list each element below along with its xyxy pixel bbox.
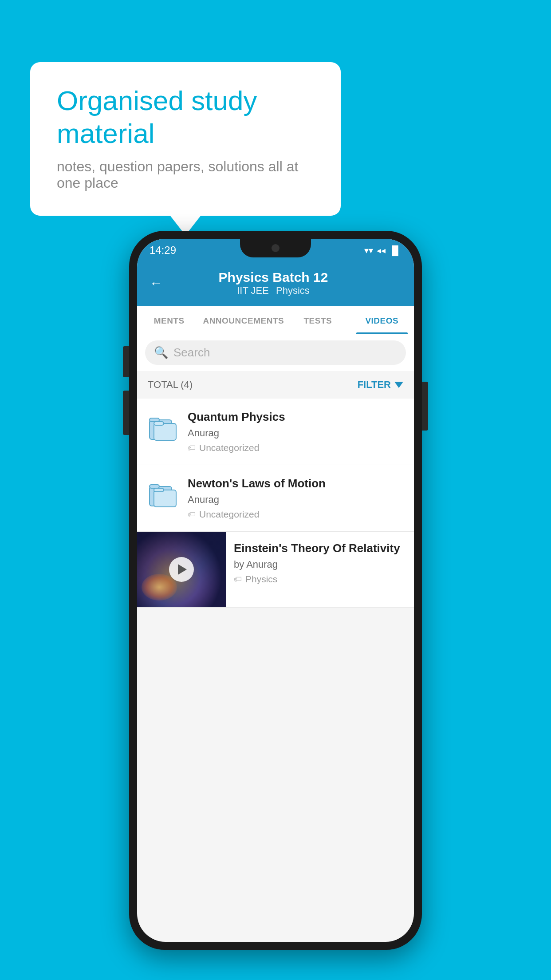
wifi-icon: ▾▾ bbox=[364, 245, 373, 256]
volume-down-button[interactable] bbox=[123, 391, 129, 435]
video-tag: 🏷 Uncategorized bbox=[188, 443, 403, 453]
video-tag: 🏷 Physics bbox=[234, 574, 403, 585]
tab-ments[interactable]: MENTS bbox=[137, 306, 201, 334]
svg-rect-7 bbox=[154, 488, 164, 492]
tag-icon: 🏷 bbox=[234, 575, 242, 584]
video-list: Quantum Physics Anurag 🏷 Uncategorized bbox=[137, 399, 414, 608]
tab-announcements[interactable]: ANNOUNCEMENTS bbox=[201, 306, 286, 334]
notch bbox=[240, 239, 311, 257]
bubble-title: Organised study material bbox=[57, 84, 314, 150]
video-title: Einstein's Theory Of Relativity bbox=[234, 541, 403, 555]
header-subtitle-iit: IIT JEE bbox=[237, 285, 269, 296]
total-count: TOTAL (4) bbox=[148, 379, 193, 391]
svg-rect-1 bbox=[150, 418, 159, 422]
tag-label: Uncategorized bbox=[199, 443, 259, 453]
folder-icon bbox=[148, 478, 178, 510]
svg-rect-2 bbox=[154, 423, 176, 440]
tab-bar: MENTS ANNOUNCEMENTS TESTS VIDEOS bbox=[137, 306, 414, 334]
video-title: Newton's Laws of Motion bbox=[188, 477, 403, 490]
header-title-group: Physics Batch 12 IIT JEE Physics bbox=[172, 270, 375, 296]
speech-bubble-container: Organised study material notes, question… bbox=[30, 62, 341, 216]
header-subtitle: IIT JEE Physics bbox=[172, 285, 375, 296]
video-info: Einstein's Theory Of Relativity by Anura… bbox=[226, 532, 403, 594]
tag-label: Physics bbox=[245, 574, 277, 585]
status-icons: ▾▾ ◂◂ ▐▌ bbox=[364, 245, 401, 256]
tab-tests[interactable]: TESTS bbox=[286, 306, 350, 334]
battery-icon: ▐▌ bbox=[389, 245, 401, 256]
back-button[interactable]: ← bbox=[150, 276, 163, 291]
list-item[interactable]: Einstein's Theory Of Relativity by Anura… bbox=[137, 532, 414, 608]
tag-icon: 🏷 bbox=[188, 443, 196, 453]
filter-triangle-icon bbox=[394, 382, 403, 388]
folder-icon bbox=[148, 412, 178, 444]
video-author: Anurag bbox=[188, 494, 403, 506]
tag-label: Uncategorized bbox=[199, 509, 259, 520]
speech-bubble: Organised study material notes, question… bbox=[30, 62, 341, 216]
phone-outer: 14:29 ▾▾ ◂◂ ▐▌ ← Physics Batch 12 IIT JE… bbox=[129, 231, 422, 950]
bubble-subtitle: notes, question papers, solutions all at… bbox=[57, 158, 314, 191]
svg-rect-5 bbox=[150, 485, 159, 488]
header-main-title: Physics Batch 12 bbox=[172, 270, 375, 285]
play-button[interactable] bbox=[169, 557, 194, 582]
filter-label: FILTER bbox=[358, 379, 391, 391]
search-icon: 🔍 bbox=[154, 346, 168, 360]
power-button[interactable] bbox=[422, 382, 428, 431]
list-item[interactable]: Quantum Physics Anurag 🏷 Uncategorized bbox=[137, 399, 414, 465]
list-item[interactable]: Newton's Laws of Motion Anurag 🏷 Uncateg… bbox=[137, 465, 414, 532]
header-subtitle-physics: Physics bbox=[276, 285, 310, 296]
app-header: ← Physics Batch 12 IIT JEE Physics bbox=[137, 262, 414, 306]
filter-bar: TOTAL (4) FILTER bbox=[137, 371, 414, 399]
camera-dot bbox=[272, 244, 279, 252]
filter-button[interactable]: FILTER bbox=[358, 379, 403, 391]
tag-icon: 🏷 bbox=[188, 510, 196, 519]
play-icon bbox=[178, 564, 187, 575]
video-author: by Anurag bbox=[234, 559, 403, 570]
svg-rect-3 bbox=[154, 422, 164, 425]
phone-mockup: 14:29 ▾▾ ◂◂ ▐▌ ← Physics Batch 12 IIT JE… bbox=[129, 231, 422, 950]
search-placeholder: Search bbox=[173, 346, 210, 360]
video-tag: 🏷 Uncategorized bbox=[188, 509, 403, 520]
video-info: Quantum Physics Anurag 🏷 Uncategorized bbox=[188, 410, 403, 453]
status-time: 14:29 bbox=[150, 244, 176, 257]
volume-up-button[interactable] bbox=[123, 346, 129, 377]
phone-screen: 14:29 ▾▾ ◂◂ ▐▌ ← Physics Batch 12 IIT JE… bbox=[137, 239, 414, 942]
search-container: 🔍 Search bbox=[137, 334, 414, 371]
search-input-wrapper[interactable]: 🔍 Search bbox=[145, 340, 406, 365]
signal-icon: ◂◂ bbox=[377, 245, 386, 256]
video-info: Newton's Laws of Motion Anurag 🏷 Uncateg… bbox=[188, 477, 403, 520]
tab-videos[interactable]: VIDEOS bbox=[350, 306, 414, 334]
svg-rect-6 bbox=[154, 490, 176, 507]
video-author: Anurag bbox=[188, 427, 403, 439]
video-thumbnail bbox=[137, 532, 226, 607]
video-title: Quantum Physics bbox=[188, 410, 403, 424]
